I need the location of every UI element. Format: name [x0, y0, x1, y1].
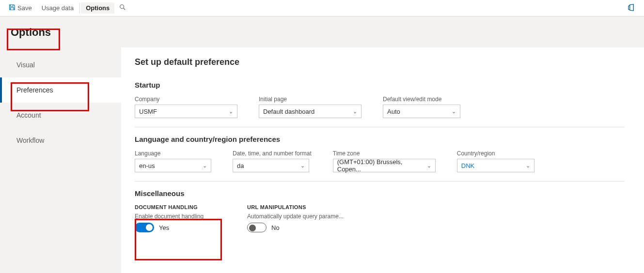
svg-line-1 — [124, 8, 126, 10]
country-value: DNK — [461, 162, 474, 169]
toggle-knob — [146, 224, 153, 231]
chevron-down-icon: ⌄ — [452, 108, 456, 115]
time-zone-label: Time zone — [333, 150, 436, 157]
sidebar-item-label: Workflow — [16, 136, 44, 144]
document-handling-title: DOCUMENT HANDLING — [135, 204, 204, 210]
initial-page-value: Default dashboard — [263, 108, 314, 115]
date-format-select[interactable]: da ⌄ — [233, 159, 309, 172]
save-button[interactable]: Save — [4, 2, 37, 14]
toolbar-separator — [79, 3, 80, 14]
search-button[interactable] — [114, 2, 131, 14]
field-default-mode: Default view/edit mode Auto ⌄ — [383, 96, 460, 118]
office-icon — [628, 4, 635, 13]
options-tab[interactable]: Options — [81, 2, 114, 14]
save-icon — [9, 4, 16, 12]
section-language-title: Language and country/region preferences — [135, 135, 625, 143]
url-manipulations-toggle[interactable] — [247, 223, 267, 232]
field-time-zone: Time zone (GMT+01:00) Brussels, Copen...… — [333, 150, 436, 172]
default-mode-value: Auto — [387, 108, 400, 115]
field-company: Company USMF ⌄ — [135, 96, 237, 118]
section-startup-title: Startup — [135, 81, 625, 89]
url-manipulations-title: URL MANIPULATIONS — [247, 204, 344, 210]
divider — [135, 127, 625, 127]
company-label: Company — [135, 96, 237, 103]
toolbar: Save Usage data Options — [0, 0, 644, 16]
svg-point-0 — [120, 5, 124, 9]
group-url-manipulations: URL MANIPULATIONS Automatically update q… — [247, 204, 344, 232]
header-area: Options — [0, 16, 644, 47]
date-format-value: da — [237, 162, 244, 169]
sidebar-item-label: Preferences — [16, 86, 53, 94]
field-date-format: Date, time, and number format da ⌄ — [233, 150, 312, 172]
sidebar: Visual Preferences Account Workflow — [0, 47, 121, 273]
field-initial-page: Initial page Default dashboard ⌄ — [259, 96, 361, 118]
initial-page-label: Initial page — [259, 96, 361, 103]
chevron-down-icon: ⌄ — [353, 108, 357, 115]
chevron-down-icon: ⌄ — [526, 163, 530, 169]
document-handling-toggle[interactable] — [135, 223, 154, 232]
time-zone-value: (GMT+01:00) Brussels, Copen... — [337, 158, 427, 173]
url-manipulations-hint: Automatically update query parame... — [247, 213, 344, 220]
country-label: Country/region — [457, 150, 534, 157]
content-heading: Set up default preference — [135, 57, 625, 67]
save-label: Save — [17, 4, 32, 12]
body: Visual Preferences Account Workflow Set … — [0, 47, 644, 273]
sidebar-item-label: Account — [16, 111, 41, 119]
sidebar-item-label: Visual — [16, 61, 35, 69]
date-format-label: Date, time, and number format — [233, 150, 312, 157]
chevron-down-icon: ⌄ — [203, 163, 207, 169]
sidebar-item-visual[interactable]: Visual — [0, 52, 121, 77]
language-label: Language — [135, 150, 211, 157]
sidebar-item-account[interactable]: Account — [0, 103, 121, 128]
document-handling-toggle-label: Yes — [159, 224, 169, 231]
office-addon-button[interactable] — [623, 2, 640, 15]
chevron-down-icon: ⌄ — [427, 163, 431, 169]
toggle-knob — [249, 225, 256, 231]
section-miscellaneous: Miscellaneous DOCUMENT HANDLING Enable d… — [135, 189, 625, 232]
field-language: Language en-us ⌄ — [135, 150, 211, 172]
language-select[interactable]: en-us ⌄ — [135, 159, 211, 172]
sidebar-item-workflow[interactable]: Workflow — [0, 128, 121, 153]
search-icon — [119, 4, 126, 12]
default-mode-select[interactable]: Auto ⌄ — [383, 105, 460, 118]
chevron-down-icon: ⌄ — [229, 108, 233, 115]
section-miscellaneous-title: Miscellaneous — [135, 189, 625, 197]
company-select[interactable]: USMF ⌄ — [135, 105, 237, 118]
initial-page-select[interactable]: Default dashboard ⌄ — [259, 105, 361, 118]
section-startup: Startup Company USMF ⌄ Initial page Defa… — [135, 81, 625, 118]
country-select[interactable]: DNK ⌄ — [457, 159, 534, 172]
usage-data-label: Usage data — [42, 4, 74, 12]
section-language: Language and country/region preferences … — [135, 135, 625, 172]
sidebar-item-preferences[interactable]: Preferences — [0, 77, 121, 103]
company-value: USMF — [139, 108, 157, 115]
document-handling-hint: Enable document handling — [135, 213, 204, 220]
usage-data-button[interactable]: Usage data — [37, 2, 79, 14]
language-value: en-us — [139, 162, 155, 169]
content: Set up default preference Startup Compan… — [121, 47, 644, 273]
url-manipulations-toggle-label: No — [271, 224, 280, 231]
page-title: Options — [11, 26, 51, 39]
time-zone-select[interactable]: (GMT+01:00) Brussels, Copen... ⌄ — [333, 159, 436, 172]
group-document-handling: DOCUMENT HANDLING Enable document handli… — [135, 204, 204, 232]
chevron-down-icon: ⌄ — [300, 163, 305, 169]
field-country: Country/region DNK ⌄ — [457, 150, 534, 172]
divider — [135, 181, 625, 182]
options-tab-label: Options — [86, 4, 110, 12]
default-mode-label: Default view/edit mode — [383, 96, 460, 103]
